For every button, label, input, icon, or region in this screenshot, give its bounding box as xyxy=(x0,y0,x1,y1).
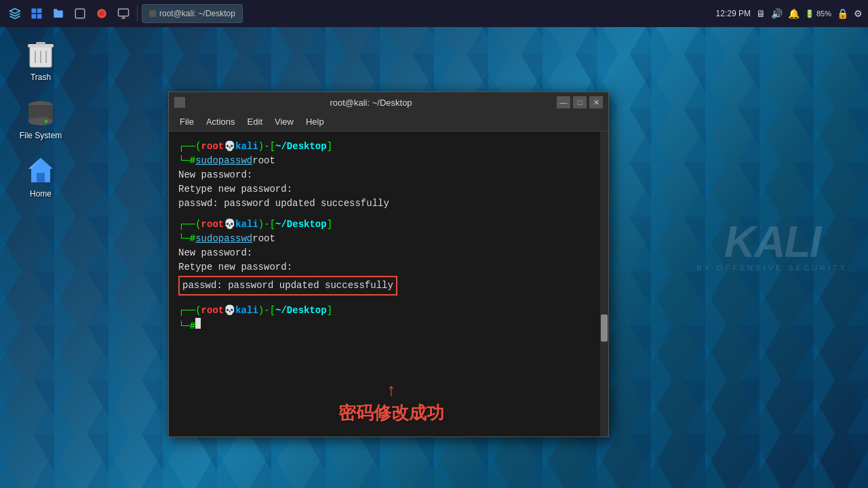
arrow-up-icon: ↑ xyxy=(386,382,397,400)
desktop-icon-area: Trash File System xyxy=(14,37,68,199)
kali-brand-text: KALI xyxy=(724,217,820,267)
titlebar-window-icon xyxy=(174,97,185,108)
desktop-icon-home[interactable]: Home xyxy=(14,154,68,199)
menu-file[interactable]: File xyxy=(174,115,199,128)
terminal-titlebar: root@kali: ~/Desktop — □ ✕ xyxy=(169,92,608,113)
taskbar: root@kali: ~/Desktop 12:29 PM 🖥 🔊 🔔 🔋 85… xyxy=(0,0,868,27)
systray: 12:29 PM 🖥 🔊 🔔 🔋 85% 🔒 ⚙ xyxy=(716,8,863,19)
terminal-block-1: ┌──(root💀kali)-[~/Desktop] └─# sudo pass… xyxy=(178,140,599,211)
kali-watermark: KALI BY OFFENSIVE SECURITY xyxy=(696,217,848,272)
svg-point-6 xyxy=(99,11,104,16)
prompt-root-2: root xyxy=(201,218,224,232)
taskbar-icon-2[interactable] xyxy=(71,4,90,23)
titlebar-buttons: — □ ✕ xyxy=(557,96,603,108)
battery-indicator: 🔋 85% xyxy=(805,9,831,18)
cmd-line-1: └─# sudo passwd root xyxy=(178,154,599,168)
output-2-1: New password: xyxy=(178,246,599,260)
prompt-line-3: ┌──(root💀kali)-[~/Desktop] xyxy=(178,304,599,318)
svg-rect-1 xyxy=(37,9,42,14)
cmd-arg-2: root xyxy=(252,232,275,246)
section-gap-1 xyxy=(178,211,599,218)
monitor-icon: 🖥 xyxy=(756,8,766,19)
output-2-highlighted: passwd: password updated successfully xyxy=(178,274,599,297)
svg-point-20 xyxy=(45,120,47,123)
minimize-button[interactable]: — xyxy=(557,96,570,108)
speaker-icon: 🔊 xyxy=(771,8,783,19)
window-label: root@kali: ~/Desktop xyxy=(159,9,235,18)
terminal-window: root@kali: ~/Desktop — □ ✕ File Actions … xyxy=(168,92,609,437)
prompt-skull-2: 💀 xyxy=(224,218,235,232)
highlighted-success-text: passwd: password updated successfully xyxy=(178,276,397,296)
prompt-kali-3: kali xyxy=(235,304,258,318)
prompt-bracket-3: ] xyxy=(327,140,332,154)
svg-rect-22 xyxy=(37,173,45,182)
taskbar-separator-1 xyxy=(137,5,138,22)
terminal-body[interactable]: ┌──(root💀kali)-[~/Desktop] └─# sudo pass… xyxy=(169,131,608,436)
prompt-hash-1: # xyxy=(190,154,195,168)
cmd-arg-1: root xyxy=(252,154,275,168)
power-icon: ⚙ xyxy=(854,8,863,19)
prompt-skull-3: 💀 xyxy=(224,304,235,318)
taskbar-window-terminal[interactable]: root@kali: ~/Desktop xyxy=(142,4,243,23)
svg-rect-13 xyxy=(36,42,45,45)
taskbar-clock: 12:29 PM xyxy=(716,9,751,18)
prompt-kali-1: kali xyxy=(235,140,258,154)
prompt-bracket-3c: ] xyxy=(327,304,332,318)
menu-help[interactable]: Help xyxy=(300,115,330,128)
prompt-root-3: root xyxy=(201,304,224,318)
prompt-corner-1: └─ xyxy=(178,154,190,168)
close-button[interactable]: ✕ xyxy=(589,96,603,108)
prompt-line-1: ┌──(root💀kali)-[~/Desktop] xyxy=(178,140,599,154)
desktop: root@kali: ~/Desktop 12:29 PM 🖥 🔊 🔔 🔋 85… xyxy=(0,0,868,488)
terminal-scrollbar-thumb[interactable] xyxy=(601,314,608,342)
kali-menu-icon[interactable] xyxy=(5,4,24,23)
terminal-block-3: ┌──(root💀kali)-[~/Desktop] └─# xyxy=(178,304,599,333)
prompt-bracket-3b: ] xyxy=(327,218,332,232)
maximize-button[interactable]: □ xyxy=(573,96,587,108)
prompt-hash-3: # xyxy=(190,319,195,333)
terminal-scrollbar[interactable] xyxy=(600,131,608,436)
window-icon xyxy=(149,10,156,17)
cmd-line-3: └─# xyxy=(178,318,599,333)
taskbar-icon-3[interactable] xyxy=(92,4,111,23)
battery-icon: 🔋 xyxy=(805,9,814,18)
desktop-icon-trash[interactable]: Trash xyxy=(14,37,68,82)
prompt-hash-2: # xyxy=(190,232,195,246)
menu-actions[interactable]: Actions xyxy=(201,115,241,128)
svg-rect-4 xyxy=(75,9,85,18)
cmd-passwd-2: passwd xyxy=(218,232,252,246)
filesystem-label: File System xyxy=(20,131,62,140)
cmd-line-2: └─# sudo passwd root xyxy=(178,232,599,246)
prompt-skull-1: 💀 xyxy=(224,140,235,154)
prompt-path-2: ~/Desktop xyxy=(275,218,327,232)
output-2-2: Retype new password: xyxy=(178,260,599,274)
taskbar-icon-1[interactable] xyxy=(27,4,46,23)
taskbar-icon-4[interactable] xyxy=(114,4,133,23)
trash-icon xyxy=(24,37,57,70)
menu-view[interactable]: View xyxy=(269,115,299,128)
section-gap-2 xyxy=(178,297,599,304)
kali-sub-text: BY OFFENSIVE SECURITY xyxy=(696,264,848,272)
prompt-path-1: ~/Desktop xyxy=(275,140,327,154)
menu-edit[interactable]: Edit xyxy=(242,115,268,128)
home-label: Home xyxy=(30,189,52,199)
cmd-passwd-1: passwd xyxy=(218,154,252,168)
terminal-title: root@kali: ~/Desktop xyxy=(189,98,553,108)
home-icon xyxy=(24,154,57,186)
cmd-sudo-1: sudo xyxy=(195,154,218,168)
terminal-block-2: ┌──(root💀kali)-[~/Desktop] └─# sudo pass… xyxy=(178,218,599,297)
prompt-line-2: ┌──(root💀kali)-[~/Desktop] xyxy=(178,218,599,232)
battery-percent: 85% xyxy=(816,9,831,18)
prompt-corner-3: └─ xyxy=(178,319,190,333)
prompt-bracket-open-3: ┌──( xyxy=(178,304,201,318)
notification-icon: 🔔 xyxy=(788,8,800,19)
taskbar-files-icon[interactable] xyxy=(49,4,68,23)
prompt-bracket-2b: )-[ xyxy=(258,218,275,232)
output-1-1: New password: xyxy=(178,168,599,182)
prompt-corner-2: └─ xyxy=(178,232,190,246)
filesystem-icon xyxy=(24,96,57,128)
prompt-root-1: root xyxy=(201,140,224,154)
cmd-sudo-2: sudo xyxy=(195,232,218,246)
prompt-kali-2: kali xyxy=(235,218,258,232)
desktop-icon-filesystem[interactable]: File System xyxy=(14,96,68,140)
